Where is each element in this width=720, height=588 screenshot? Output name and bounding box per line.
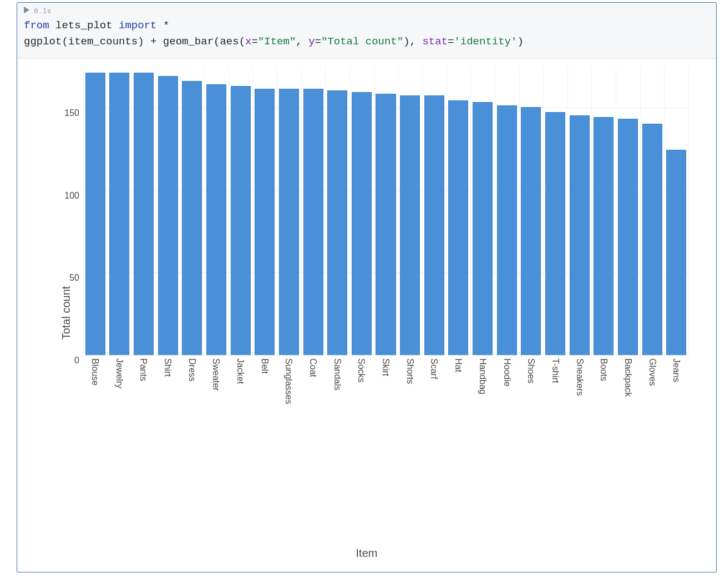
bar[interactable] <box>473 102 493 355</box>
y-tick-label: 0 <box>57 356 79 366</box>
bar[interactable] <box>303 89 323 354</box>
bar-slot <box>301 67 326 355</box>
x-tick-label: Scarf <box>429 358 439 379</box>
x-axis: BlouseJewelryPantsShirtDressSweaterJacke… <box>83 355 688 449</box>
x-tick-label: Backpack <box>623 358 633 397</box>
x-label-slot: Hat <box>446 355 470 449</box>
x-tick-label: Skirt <box>381 358 391 376</box>
x-label-slot: Jewelry <box>107 355 131 449</box>
y-axis: 050100150 <box>59 67 82 355</box>
bar[interactable] <box>521 107 541 355</box>
bar-slot <box>108 67 132 355</box>
bar-slot <box>156 67 180 355</box>
x-tick-label: Socks <box>356 358 366 383</box>
bars-container <box>83 67 688 355</box>
x-label-slot: Shorts <box>398 355 422 449</box>
bar[interactable] <box>134 73 154 355</box>
x-label-slot: Sneakers <box>567 355 592 449</box>
x-label-slot: Skirt <box>373 355 398 449</box>
bar-slot <box>349 67 374 355</box>
code-editor[interactable]: from lets_plot import * ggplot(item_coun… <box>17 16 716 59</box>
bar[interactable] <box>279 89 299 354</box>
bar-slot <box>447 67 471 355</box>
x-label-slot: T-shirt <box>543 355 567 449</box>
bar[interactable] <box>497 105 517 355</box>
bar-slot <box>422 67 447 355</box>
bar[interactable] <box>545 112 565 355</box>
bar[interactable] <box>158 76 178 355</box>
bar[interactable] <box>327 90 347 354</box>
bar[interactable] <box>400 95 420 355</box>
x-label-slot: Shirt <box>155 355 180 449</box>
svg-marker-0 <box>24 7 29 13</box>
bar[interactable] <box>352 92 372 354</box>
bar-slot <box>398 67 422 355</box>
bar[interactable] <box>424 95 444 355</box>
x-label-slot: Belt <box>252 355 277 449</box>
bar-slot <box>325 67 349 355</box>
x-label-slot: Shoes <box>519 355 543 449</box>
x-tick-label: Sunglasses <box>283 358 293 404</box>
bar-slot <box>519 67 544 355</box>
bar[interactable] <box>255 89 275 354</box>
x-label-slot: Sunglasses <box>277 355 301 449</box>
x-label-slot: Jacket <box>228 355 252 449</box>
run-cell-icon[interactable] <box>23 6 31 16</box>
bar[interactable] <box>570 115 590 355</box>
bar-slot <box>374 67 398 355</box>
bar-slot <box>640 67 665 355</box>
bar[interactable] <box>182 81 202 355</box>
x-tick-label: Belt <box>260 358 270 374</box>
x-tick-label: Sweater <box>211 358 221 391</box>
cell-output: Total count 050100150 BlouseJewelryPants… <box>17 59 716 572</box>
x-label-slot: Dress <box>180 355 204 449</box>
cell-gutter: − − − − <box>1 3 17 572</box>
bar[interactable] <box>206 84 226 355</box>
x-tick-label: T-shirt <box>550 358 560 383</box>
bar-slot <box>470 67 495 355</box>
bar-slot <box>591 67 616 355</box>
y-tick-label: 150 <box>57 108 79 118</box>
x-tick-label: Boots <box>599 358 609 381</box>
x-label-slot: Blouse <box>83 355 107 449</box>
bar-slot <box>664 67 688 355</box>
y-tick-label: 100 <box>57 191 79 201</box>
execution-time: 0.1s <box>34 7 51 15</box>
bar[interactable] <box>642 124 662 355</box>
x-label-slot: Handbag <box>470 355 495 449</box>
bar[interactable] <box>618 119 638 355</box>
bar[interactable] <box>85 73 105 355</box>
y-tick-label: 50 <box>57 273 79 283</box>
bar[interactable] <box>109 73 129 355</box>
x-tick-labels: BlouseJewelryPantsShirtDressSweaterJacke… <box>83 355 688 449</box>
bar-slot <box>616 67 640 355</box>
x-label-slot: Sweater <box>204 355 228 449</box>
x-tick-label: Handbag <box>478 358 488 394</box>
bar[interactable] <box>231 86 251 355</box>
x-tick-label: Shorts <box>405 358 415 384</box>
notebook-cell: − − − − 0.1s from lets_plot import * ggp… <box>17 2 717 572</box>
x-label-slot: Backpack <box>616 355 640 449</box>
bar[interactable] <box>448 100 468 355</box>
x-tick-label: Shoes <box>526 358 536 383</box>
x-tick-label: Jeans <box>671 358 681 382</box>
x-label-slot: Boots <box>591 355 616 449</box>
grid-line-v <box>688 67 689 355</box>
x-label-slot: Coat <box>301 355 325 449</box>
bar[interactable] <box>594 117 613 355</box>
x-label-slot: Jeans <box>665 355 689 449</box>
bar-slot <box>204 67 229 355</box>
bar-slot <box>83 67 108 355</box>
bar-slot <box>277 67 301 355</box>
x-tick-label: Coat <box>308 358 318 377</box>
x-tick-label: Hat <box>453 358 463 372</box>
x-tick-label: Pants <box>138 358 148 381</box>
bar-slot <box>131 67 156 355</box>
bar-slot <box>252 67 277 355</box>
x-label-slot: Pants <box>131 355 155 449</box>
bar[interactable] <box>376 94 396 354</box>
x-tick-label: Hoodie <box>502 358 512 387</box>
x-tick-label: Jacket <box>235 358 245 384</box>
x-tick-label: Jewelry <box>114 358 124 388</box>
bar[interactable] <box>666 150 686 354</box>
